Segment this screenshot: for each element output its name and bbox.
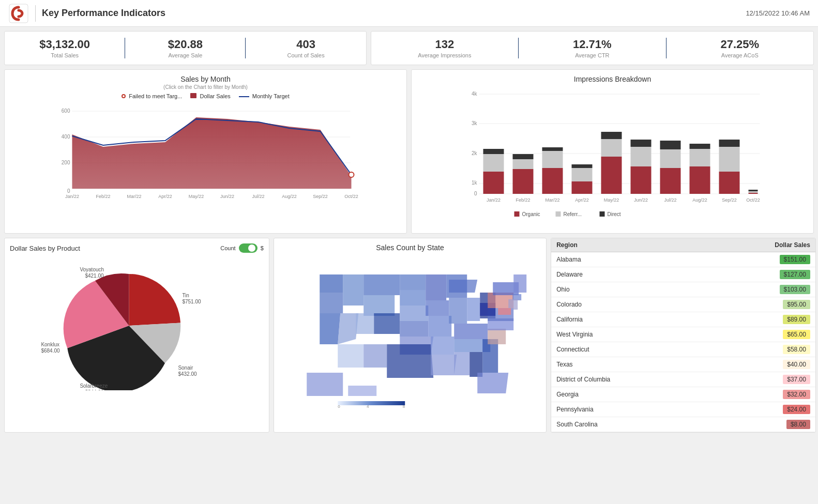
table-row: Pennsylvania$24.00 — [551, 402, 815, 417]
svg-rect-70 — [600, 211, 605, 217]
logo-icon — [8, 3, 29, 24]
svg-marker-106 — [449, 280, 477, 293]
pie-chart-title: Dollar Sales by Product — [10, 245, 80, 252]
svg-text:Apr/22: Apr/22 — [575, 197, 589, 203]
region-value: $151.00 — [705, 252, 815, 267]
svg-text:May/22: May/22 — [604, 197, 619, 203]
svg-marker-93 — [363, 344, 387, 368]
legend-monthly-target: Monthly Target — [239, 93, 290, 99]
region-name: California — [551, 312, 705, 327]
svg-rect-40 — [601, 132, 622, 139]
header: Key Performance Indicators 12/15/2022 10… — [0, 0, 818, 27]
svg-marker-101 — [426, 300, 449, 316]
svg-marker-91 — [338, 344, 363, 368]
svg-text:Jul/22: Jul/22 — [664, 197, 676, 203]
toggle-switch[interactable] — [239, 243, 257, 253]
svg-text:Organic: Organic — [522, 211, 540, 217]
svg-rect-42 — [631, 147, 652, 166]
kpi-avg-acos-value: 27.25% — [720, 38, 759, 51]
kpi-card-left: $3,132.00 Total Sales $20.88 Average Sal… — [4, 31, 367, 65]
svg-marker-100 — [426, 274, 446, 300]
svg-marker-99 — [387, 344, 433, 378]
svg-text:Direct: Direct — [608, 211, 621, 217]
svg-rect-37 — [572, 164, 593, 168]
region-name: Ohio — [551, 282, 705, 297]
kpi-total-sales-label: Total Sales — [51, 52, 79, 58]
region-name: Delaware — [551, 267, 705, 282]
svg-marker-89 — [363, 295, 395, 316]
region-name: West Virginia — [551, 327, 705, 342]
svg-rect-34 — [542, 147, 563, 151]
kpi-avg-sale: $20.88 Average Sale — [125, 32, 245, 65]
svg-rect-35 — [572, 181, 593, 194]
svg-marker-102 — [428, 316, 451, 337]
region-value: $95.00 — [705, 297, 815, 312]
region-value: $32.00 — [705, 387, 815, 402]
svg-text:Jun/22: Jun/22 — [220, 194, 234, 199]
region-name: District of Columbia — [551, 372, 705, 387]
svg-marker-88 — [363, 274, 400, 295]
svg-text:2k: 2k — [472, 150, 478, 156]
kpi-count-sales-value: 403 — [296, 38, 315, 51]
svg-text:Sep/22: Sep/22 — [313, 194, 328, 199]
pie-chart-svg: Tin $751.00 Sonair $432.00 Solarbreeze $… — [10, 256, 264, 390]
pie-header: Dollar Sales by Product Count $ — [10, 243, 264, 253]
svg-rect-47 — [690, 166, 710, 194]
region-value: $103.00 — [705, 282, 815, 297]
sales-chart-panel[interactable]: Sales by Month (Click on the Chart to fi… — [4, 69, 407, 234]
svg-rect-55 — [749, 190, 758, 191]
svg-text:$421.00: $421.00 — [85, 273, 104, 279]
svg-marker-94 — [400, 274, 426, 290]
svg-rect-39 — [601, 139, 622, 157]
region-value: $65.00 — [705, 327, 815, 342]
svg-text:Voyatouch: Voyatouch — [80, 267, 104, 272]
table-row: West Virginia$65.00 — [551, 327, 815, 342]
svg-rect-50 — [719, 172, 740, 194]
svg-text:Feb/22: Feb/22 — [516, 197, 530, 203]
svg-text:Jan/22: Jan/22 — [487, 197, 501, 203]
region-value: $37.00 — [705, 372, 815, 387]
svg-text:200: 200 — [62, 160, 70, 165]
svg-rect-38 — [601, 157, 622, 194]
svg-text:Referr...: Referr... — [564, 211, 582, 217]
region-name: Georgia — [551, 387, 705, 402]
toggle-wrap[interactable]: Count $ — [220, 243, 263, 253]
bar-jan-dir — [483, 149, 504, 154]
svg-text:4k: 4k — [472, 91, 478, 97]
svg-rect-31 — [513, 154, 534, 159]
svg-marker-104 — [431, 355, 457, 375]
impressions-chart-panel[interactable]: Impressions Breakdown 4k 3k 2k 1k 0 — [411, 69, 814, 234]
svg-text:Aug/22: Aug/22 — [282, 194, 297, 199]
svg-rect-51 — [719, 147, 740, 172]
region-name: Texas — [551, 357, 705, 372]
svg-text:Sonair: Sonair — [178, 365, 193, 371]
svg-rect-41 — [631, 166, 652, 194]
bar-jan-ref — [483, 154, 504, 172]
svg-marker-95 — [400, 290, 426, 306]
svg-rect-46 — [660, 141, 681, 149]
svg-rect-53 — [749, 193, 758, 194]
svg-text:Mar/22: Mar/22 — [545, 197, 559, 203]
sales-chart-title: Sales by Month — [10, 75, 401, 83]
table-row: Colorado$95.00 — [551, 297, 815, 312]
failed-dot — [349, 172, 354, 177]
svg-rect-66 — [514, 211, 520, 217]
svg-marker-122 — [513, 274, 526, 293]
kpi-total-sales-value: $3,132.00 — [39, 38, 90, 51]
region-name: Alabama — [551, 252, 705, 267]
region-name: Pennsylvania — [551, 402, 705, 417]
svg-text:Jun/22: Jun/22 — [634, 197, 648, 203]
svg-text:Feb/22: Feb/22 — [96, 194, 110, 199]
svg-text:1k: 1k — [472, 180, 478, 186]
svg-text:Jan/22: Jan/22 — [65, 194, 79, 199]
svg-text:0: 0 — [474, 191, 477, 196]
svg-rect-52 — [719, 140, 740, 147]
datetime-display: 12/15/2022 10:46 AM — [746, 9, 810, 17]
sales-area — [72, 117, 352, 189]
svg-text:Tin: Tin — [182, 293, 189, 298]
region-name: Colorado — [551, 297, 705, 312]
svg-marker-126 — [307, 373, 343, 396]
table-row: Georgia$32.00 — [551, 387, 815, 402]
table-row: Connecticut$58.00 — [551, 342, 815, 357]
svg-marker-84 — [320, 293, 343, 313]
